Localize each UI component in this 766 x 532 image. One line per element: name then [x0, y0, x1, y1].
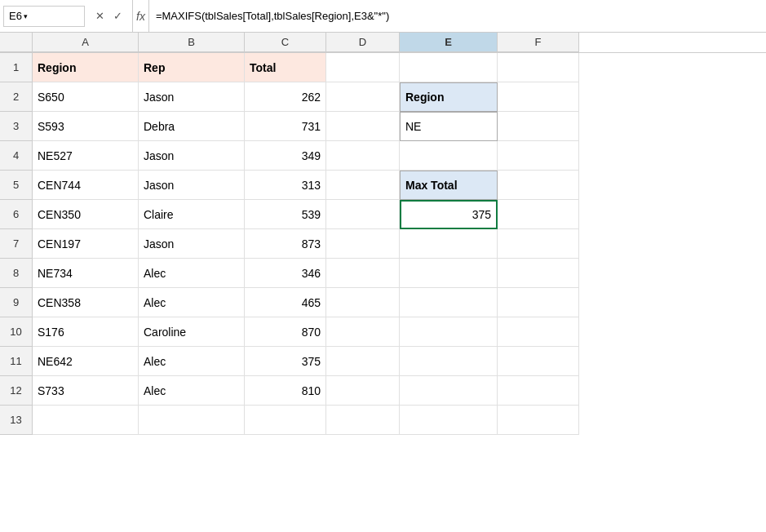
cell-f4[interactable] — [498, 141, 579, 171]
cell-b13[interactable] — [139, 406, 245, 435]
cell-e3[interactable]: NE — [400, 112, 498, 141]
cell-f13[interactable] — [498, 406, 579, 435]
cell-b4[interactable]: Jason — [139, 141, 245, 171]
cell-b5[interactable]: Jason — [139, 171, 245, 200]
cell-a3[interactable]: S593 — [33, 112, 139, 141]
cell-d10[interactable] — [326, 317, 400, 347]
cell-f8[interactable] — [498, 259, 579, 288]
cell-d4[interactable] — [326, 141, 400, 171]
cell-e11[interactable] — [400, 347, 498, 376]
cell-a8[interactable]: NE734 — [33, 259, 139, 288]
cell-f1[interactable] — [498, 53, 579, 82]
cell-c8[interactable]: 346 — [245, 259, 326, 288]
cell-c9[interactable]: 465 — [245, 288, 326, 317]
cell-c6[interactable]: 539 — [245, 200, 326, 229]
cell-c12[interactable]: 810 — [245, 376, 326, 406]
cell-c2[interactable]: 262 — [245, 82, 326, 112]
formula-input[interactable] — [153, 6, 763, 27]
cell-f9[interactable] — [498, 288, 579, 317]
table-row: 10 S176 Caroline 870 — [0, 317, 766, 347]
cell-a10[interactable]: S176 — [33, 317, 139, 347]
cell-e10[interactable] — [400, 317, 498, 347]
cell-c1[interactable]: Total — [245, 53, 326, 82]
cell-f7[interactable] — [498, 229, 579, 259]
cell-reference-box[interactable]: E6 ▾ — [3, 6, 85, 27]
table-row: 12 S733 Alec 810 — [0, 376, 766, 406]
cell-b3[interactable]: Debra — [139, 112, 245, 141]
col-header-e[interactable]: E — [400, 33, 498, 52]
col-header-a[interactable]: A — [33, 33, 139, 52]
cell-d11[interactable] — [326, 347, 400, 376]
cell-b12[interactable]: Alec — [139, 376, 245, 406]
cell-e12[interactable] — [400, 376, 498, 406]
confirm-icon[interactable]: ✓ — [109, 8, 126, 24]
row-num-11: 11 — [0, 347, 33, 376]
cell-f10[interactable] — [498, 317, 579, 347]
cell-e7[interactable] — [400, 229, 498, 259]
cell-b8[interactable]: Alec — [139, 259, 245, 288]
cell-f6[interactable] — [498, 200, 579, 229]
cell-a4[interactable]: NE527 — [33, 141, 139, 171]
cell-e2[interactable]: Region — [400, 82, 498, 112]
cell-a13[interactable] — [33, 406, 139, 435]
cell-b2[interactable]: Jason — [139, 82, 245, 112]
cell-d7[interactable] — [326, 229, 400, 259]
cell-a2[interactable]: S650 — [33, 82, 139, 112]
cell-c3[interactable]: 731 — [245, 112, 326, 141]
cell-e8[interactable] — [400, 259, 498, 288]
col-header-f[interactable]: F — [498, 33, 579, 52]
cell-a11[interactable]: NE642 — [33, 347, 139, 376]
cell-d5[interactable] — [326, 171, 400, 200]
cell-c11[interactable]: 375 — [245, 347, 326, 376]
cell-d3[interactable] — [326, 112, 400, 141]
col-header-c[interactable]: C — [245, 33, 326, 52]
row-num-8: 8 — [0, 259, 33, 288]
cell-d2[interactable] — [326, 82, 400, 112]
dropdown-arrow-icon[interactable]: ▾ — [24, 12, 28, 20]
table-row: 1 Region Rep Total — [0, 53, 766, 82]
cell-e5[interactable]: Max Total — [400, 171, 498, 200]
cell-e9[interactable] — [400, 288, 498, 317]
cell-c10[interactable]: 870 — [245, 317, 326, 347]
cell-c7[interactable]: 873 — [245, 229, 326, 259]
cell-b6[interactable]: Claire — [139, 200, 245, 229]
cell-d9[interactable] — [326, 288, 400, 317]
cell-a6[interactable]: CEN350 — [33, 200, 139, 229]
row-num-6: 6 — [0, 200, 33, 229]
cell-d12[interactable] — [326, 376, 400, 406]
cell-d1[interactable] — [326, 53, 400, 82]
cell-d6[interactable] — [326, 200, 400, 229]
grid-body: 1 Region Rep Total 2 S650 Jason 262 Regi… — [0, 53, 766, 435]
cell-a5[interactable]: CEN744 — [33, 171, 139, 200]
cell-f3[interactable] — [498, 112, 579, 141]
cell-b9[interactable]: Alec — [139, 288, 245, 317]
cell-b10[interactable]: Caroline — [139, 317, 245, 347]
cell-e1[interactable] — [400, 53, 498, 82]
cell-a12[interactable]: S733 — [33, 376, 139, 406]
cell-e13[interactable] — [400, 406, 498, 435]
row-num-7: 7 — [0, 229, 33, 259]
cancel-icon[interactable]: ✕ — [91, 8, 108, 24]
cell-a9[interactable]: CEN358 — [33, 288, 139, 317]
cell-a7[interactable]: CEN197 — [33, 229, 139, 259]
cell-a1[interactable]: Region — [33, 53, 139, 82]
cell-d8[interactable] — [326, 259, 400, 288]
cell-c5[interactable]: 313 — [245, 171, 326, 200]
cell-c4[interactable]: 349 — [245, 141, 326, 171]
table-row: 4 NE527 Jason 349 — [0, 141, 766, 171]
col-header-d[interactable]: D — [326, 33, 400, 52]
col-header-b[interactable]: B — [139, 33, 245, 52]
table-row: 7 CEN197 Jason 873 — [0, 229, 766, 259]
cell-e4[interactable] — [400, 141, 498, 171]
cell-d13[interactable] — [326, 406, 400, 435]
cell-b11[interactable]: Alec — [139, 347, 245, 376]
cell-b1[interactable]: Rep — [139, 53, 245, 82]
cell-f11[interactable] — [498, 347, 579, 376]
cell-f2[interactable] — [498, 82, 579, 112]
cell-f12[interactable] — [498, 376, 579, 406]
cell-c13[interactable] — [245, 406, 326, 435]
cell-e6[interactable]: 375 — [400, 200, 498, 229]
cell-f5[interactable] — [498, 171, 579, 200]
table-row: 3 S593 Debra 731 NE — [0, 112, 766, 141]
cell-b7[interactable]: Jason — [139, 229, 245, 259]
